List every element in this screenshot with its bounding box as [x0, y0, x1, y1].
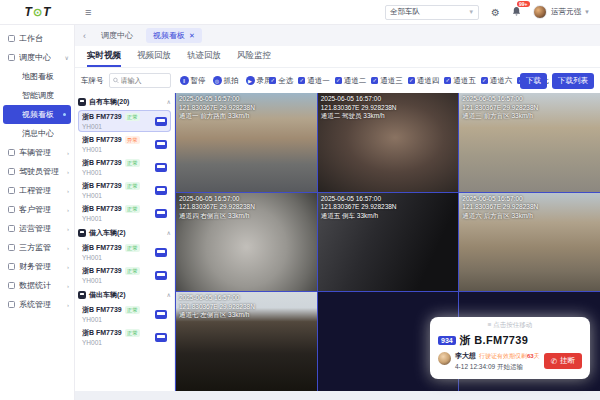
action-icon: ◎ — [213, 76, 222, 85]
subtab-0[interactable]: 实时视频 — [87, 46, 121, 67]
sidebar-item-10[interactable]: 运营管理› — [0, 219, 74, 238]
tab-close-icon[interactable]: ✕ — [189, 32, 195, 40]
sidebar-item-3[interactable]: 智能调度 — [0, 86, 74, 105]
download-list-button[interactable]: 下载列表 — [552, 73, 594, 89]
popup-drag-handle[interactable]: ≡ 点击按住移动 — [438, 321, 582, 330]
sidebar-item-label: 地图看板 — [22, 71, 54, 82]
vehicle-status-badge: 正常 — [125, 182, 140, 190]
vehicle-icon — [155, 271, 167, 280]
vehicle-group-header-2[interactable]: 借出车辆(2)∧ — [78, 287, 171, 302]
sidebar-item-6[interactable]: 车辆管理› — [0, 143, 74, 162]
user-avatar[interactable] — [533, 5, 547, 19]
video-cell-0[interactable]: 2025-06-05 16:57:00121.830367E 29.928238… — [176, 93, 317, 192]
channel-checkbox-1[interactable]: ✓通道一 — [298, 76, 330, 86]
vehicle-row[interactable]: 浙B FM7739正常YH001 — [78, 264, 171, 286]
subtab-1[interactable]: 视频回放 — [137, 46, 171, 67]
vehicle-row[interactable]: 浙B FM7739异常YH001 — [78, 133, 171, 155]
video-cell-5[interactable]: 2025-06-05 16:57:00121.830367E 29.928238… — [459, 193, 600, 292]
video-overlay: 2025-06-05 16:57:00121.830367E 29.928238… — [179, 95, 255, 121]
sidebar-item-2[interactable]: 地图看板 — [0, 67, 74, 86]
app-window: T ⊙ T ≡ 全部车队 ▼ ⚙ 99+ 运营元强 ▼ 工作台调度中心∨地图看板… — [0, 0, 600, 400]
vehicle-row[interactable]: 浙B FM7739正常YH001 — [78, 156, 171, 178]
popup-id-badge: 934 — [438, 336, 456, 345]
chevron-right-icon: › — [67, 188, 69, 194]
action-button-2[interactable]: ▶录屏 — [246, 76, 272, 86]
vehicle-row[interactable]: 浙B FM7739正常YH001 — [78, 110, 171, 132]
chevron-right-icon: › — [67, 283, 69, 289]
tab-1[interactable]: 视频看板✕ — [146, 28, 202, 43]
channel-checkbox-2[interactable]: ✓通道二 — [335, 76, 367, 86]
action-label: 抓拍 — [224, 76, 239, 86]
action-button-0[interactable]: ‖暂停 — [180, 76, 206, 86]
sidebar-item-label: 三方监管 — [19, 242, 51, 253]
video-overlay: 2025-06-05 16:57:00121.830367E 29.928238… — [179, 195, 255, 221]
download-button[interactable]: 下载 — [520, 73, 547, 89]
vehicle-row[interactable]: 浙B FM7739正常YH001 — [78, 241, 171, 263]
sidebar-item-13[interactable]: 数据统计› — [0, 276, 74, 295]
video-timestamp: 2025-06-05 16:57:00 — [179, 195, 255, 204]
chevron-right-icon: › — [67, 245, 69, 251]
channel-checkbox-5[interactable]: ✓通道五 — [444, 76, 476, 86]
menu-square-icon — [8, 35, 15, 42]
user-menu-chevron-icon[interactable]: ▼ — [584, 9, 590, 15]
tabs-container: 调度中心视频看板✕ — [94, 28, 202, 43]
subtab-3[interactable]: 风险监控 — [237, 46, 271, 67]
action-button-1[interactable]: ◎抓拍 — [213, 76, 239, 86]
tab-0[interactable]: 调度中心 — [94, 28, 140, 43]
sidebar-item-0[interactable]: 工作台 — [0, 29, 74, 48]
notification-bell-icon[interactable]: 99+ — [512, 6, 521, 18]
sidebar-item-9[interactable]: 客户管理› — [0, 200, 74, 219]
vehicle-row[interactable]: 浙B FM7739正常YH001 — [78, 179, 171, 201]
checkbox-icon: ✓ — [298, 77, 305, 84]
sidebar-item-8[interactable]: 工程管理› — [0, 181, 74, 200]
sidebar-item-14[interactable]: 系统管理› — [0, 295, 74, 314]
sidebar-item-4[interactable]: 视频看板 — [3, 105, 71, 124]
video-cell-2[interactable]: 2025-06-05 16:57:00121.830367E 29.928238… — [459, 93, 600, 192]
sidebar-collapse-icon[interactable]: ≡ — [85, 6, 91, 18]
popup-drag-hint: 点击按住移动 — [493, 321, 532, 328]
channel-checkbox-6[interactable]: ✓通道六 — [481, 76, 513, 86]
channel-checkbox-3[interactable]: ✓通道三 — [371, 76, 403, 86]
video-overlay: 2025-06-05 16:57:00121.830367E 29.928238… — [179, 294, 255, 320]
sidebar-item-12[interactable]: 财务管理› — [0, 257, 74, 276]
video-cell-3[interactable]: 2025-06-05 16:57:00121.830367E 29.928238… — [176, 193, 317, 292]
menu-square-icon — [8, 244, 15, 251]
chevron-right-icon: › — [67, 207, 69, 213]
vehicle-plate: 浙B FM7739 — [82, 243, 122, 253]
video-channel-label: 通道七 左侧盲区 33km/h — [179, 311, 255, 320]
channel-checkbox-0[interactable]: ✓全选 — [269, 76, 293, 86]
vehicle-group-header-1[interactable]: 借入车辆(2)∧ — [78, 225, 171, 240]
channel-checkboxes: ✓全选✓通道一✓通道二✓通道三✓通道四✓通道五✓通道六✓通道七 — [269, 76, 515, 86]
vehicle-row[interactable]: 浙B FM7739正常YH001 — [78, 303, 171, 325]
video-cell-1[interactable]: 2025-06-05 16:57:00121.830367E 29.928238… — [318, 93, 459, 192]
vehicle-row[interactable]: 浙B FM7739正常YH001 — [78, 202, 171, 224]
channel-checkbox-4[interactable]: ✓通道四 — [408, 76, 440, 86]
top-header: T ⊙ T ≡ 全部车队 ▼ ⚙ 99+ 运营元强 ▼ — [0, 0, 600, 25]
video-overlay: 2025-06-05 16:57:00121.830367E 29.928238… — [321, 95, 397, 121]
video-coords: 121.830367E 29.928238N — [321, 203, 397, 212]
user-name[interactable]: 运营元强 — [551, 7, 581, 17]
hangup-button[interactable]: ✆ 挂断 — [544, 353, 582, 369]
video-channel-label: 通道四 右侧盲区 33km/h — [179, 212, 255, 221]
video-timestamp: 2025-06-05 16:57:00 — [462, 195, 538, 204]
plate-search-input[interactable] — [121, 77, 167, 84]
sidebar-item-5[interactable]: 消息中心 — [0, 124, 74, 143]
video-cell-4[interactable]: 2025-06-05 16:57:00121.830367E 29.928238… — [318, 193, 459, 292]
sidebar-item-11[interactable]: 三方监管› — [0, 238, 74, 257]
subtab-2[interactable]: 轨迹回放 — [187, 46, 221, 67]
toolbar: 车牌号 ‖暂停◎抓拍▶录屏 ✓全选✓通道一✓通道二✓通道三✓通道四✓通道五✓通道… — [75, 68, 600, 93]
video-timestamp: 2025-06-05 16:57:00 — [179, 95, 255, 104]
tabs-back-icon[interactable]: ‹ — [83, 31, 86, 41]
fleet-select[interactable]: 全部车队 ▼ — [385, 5, 479, 20]
sidebar-item-label: 财务管理 — [19, 261, 51, 272]
video-timestamp: 2025-06-05 16:57:00 — [462, 95, 538, 104]
sidebar-item-7[interactable]: 驾驶员管理› — [0, 162, 74, 181]
sidebar-item-1[interactable]: 调度中心∨ — [0, 48, 74, 67]
settings-gear-icon[interactable]: ⚙ — [491, 7, 500, 18]
vehicle-row[interactable]: 浙B FM7739正常YH001 — [78, 326, 171, 348]
subtabs: 实时视频视频回放轨迹回放风险监控 — [75, 46, 600, 68]
vehicle-group-header-0[interactable]: 自有车辆(20)∧ — [78, 94, 171, 109]
menu-square-icon — [8, 168, 15, 175]
video-cell-6[interactable]: 2025-06-05 16:57:00121.830367E 29.928238… — [176, 292, 317, 391]
tab-label: 调度中心 — [101, 30, 133, 41]
